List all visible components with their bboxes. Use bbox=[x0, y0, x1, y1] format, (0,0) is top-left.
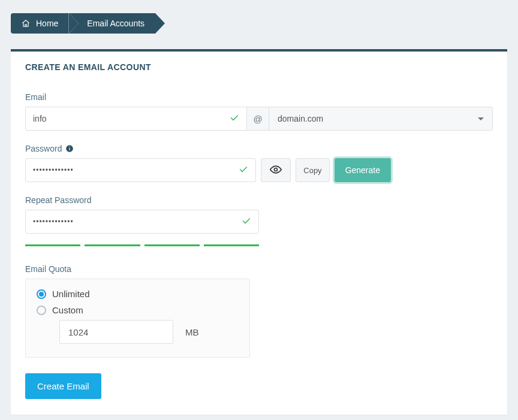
email-row: Email @ domain.com bbox=[25, 92, 493, 131]
radio-on-icon bbox=[37, 289, 46, 299]
quota-label: Email Quota bbox=[25, 264, 493, 274]
quota-box: Unlimited Custom MB bbox=[25, 279, 250, 358]
at-symbol: @ bbox=[247, 107, 269, 131]
quota-value-input[interactable] bbox=[59, 320, 173, 344]
chevron-down-icon bbox=[478, 117, 484, 120]
eye-icon bbox=[270, 164, 282, 177]
check-icon bbox=[239, 165, 248, 176]
password-row: Password Copy Generate bbox=[25, 144, 493, 182]
quota-custom[interactable]: Custom bbox=[37, 305, 239, 315]
generate-button[interactable]: Generate bbox=[335, 158, 391, 182]
quota-row: Email Quota Unlimited Custom MB bbox=[25, 264, 493, 358]
quota-unlimited[interactable]: Unlimited bbox=[37, 289, 239, 299]
copy-button[interactable]: Copy bbox=[296, 158, 329, 182]
show-password-button[interactable] bbox=[261, 158, 291, 182]
create-email-button[interactable]: Create Email bbox=[25, 373, 101, 399]
repeat-input[interactable] bbox=[33, 217, 242, 226]
breadcrumb-home-label: Home bbox=[36, 19, 58, 28]
password-wrap bbox=[25, 158, 256, 182]
info-icon[interactable] bbox=[65, 144, 74, 153]
password-input[interactable] bbox=[33, 166, 239, 174]
check-icon bbox=[230, 113, 239, 125]
radio-off-icon bbox=[37, 306, 46, 315]
repeat-row: Repeat Password bbox=[25, 195, 493, 234]
password-strength bbox=[25, 244, 259, 246]
password-label: Password bbox=[25, 144, 62, 153]
form-card: CREATE AN EMAIL ACCOUNT Email @ domain.c… bbox=[11, 49, 507, 415]
svg-rect-1 bbox=[70, 148, 70, 150]
email-label: Email bbox=[25, 92, 493, 102]
domain-select[interactable]: domain.com bbox=[269, 107, 493, 131]
home-icon bbox=[22, 19, 30, 28]
domain-value: domain.com bbox=[278, 114, 323, 123]
svg-point-3 bbox=[275, 168, 278, 171]
quota-custom-label: Custom bbox=[52, 305, 83, 315]
copy-label: Copy bbox=[303, 166, 321, 175]
breadcrumb-current[interactable]: Email Accounts bbox=[69, 13, 155, 34]
quota-unit: MB bbox=[185, 327, 199, 337]
quota-unlimited-label: Unlimited bbox=[52, 289, 90, 299]
create-email-label: Create Email bbox=[37, 381, 89, 391]
breadcrumb-home[interactable]: Home bbox=[11, 13, 69, 34]
email-local-input[interactable] bbox=[33, 114, 230, 123]
svg-rect-2 bbox=[70, 147, 70, 147]
email-local-wrap bbox=[25, 107, 247, 131]
check-icon bbox=[242, 216, 251, 228]
breadcrumb: Home Email Accounts bbox=[11, 13, 507, 34]
generate-label: Generate bbox=[345, 165, 380, 175]
page-title: CREATE AN EMAIL ACCOUNT bbox=[25, 62, 493, 72]
breadcrumb-current-label: Email Accounts bbox=[87, 19, 144, 28]
repeat-label: Repeat Password bbox=[25, 195, 493, 205]
repeat-wrap bbox=[25, 210, 259, 234]
